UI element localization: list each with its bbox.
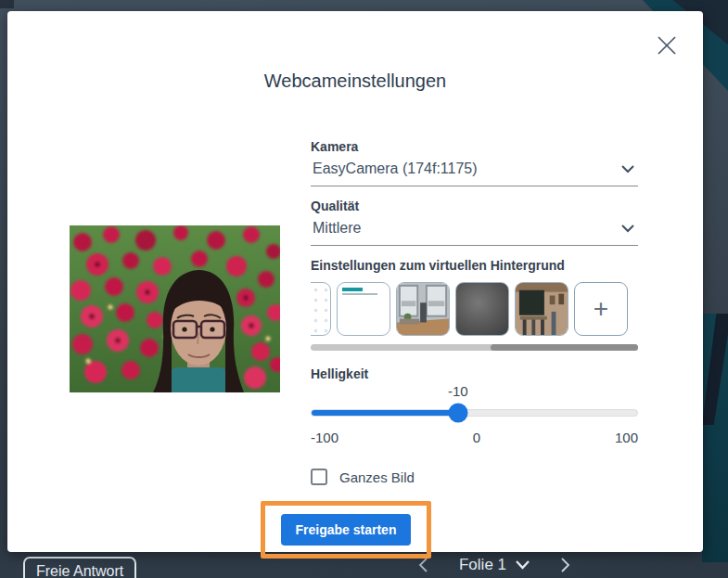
logo-text-line bbox=[342, 293, 377, 295]
webcam-settings-dialog: Webcameinstellungen bbox=[7, 11, 703, 552]
quality-select[interactable]: Mittlere bbox=[311, 218, 638, 246]
chevron-down-icon bbox=[516, 560, 530, 570]
brightness-slider-fill bbox=[312, 410, 458, 416]
background-thumbnails-viewport: + bbox=[311, 282, 638, 338]
brightness-max-label: 100 bbox=[615, 430, 638, 445]
dialog-title: Webcameinstellungen bbox=[7, 71, 703, 92]
brightness-slider: -10 bbox=[311, 404, 638, 422]
slide-navigation: Folie 1 bbox=[415, 556, 573, 574]
logo-mark bbox=[342, 288, 363, 291]
quality-select-value: Mittlere bbox=[313, 220, 361, 237]
full-image-checkbox[interactable] bbox=[311, 469, 327, 485]
annotation-highlight: Freigabe starten bbox=[261, 501, 431, 559]
full-image-label: Ganzes Bild bbox=[339, 469, 415, 485]
free-answer-button[interactable]: Freie Antwort bbox=[23, 557, 136, 578]
full-image-checkbox-row[interactable]: Ganzes Bild bbox=[311, 469, 638, 485]
close-button[interactable] bbox=[657, 35, 677, 56]
brightness-mid-label: 0 bbox=[473, 430, 480, 445]
camera-label: Kamera bbox=[311, 139, 638, 154]
thumbnail-pattern-background[interactable] bbox=[311, 282, 331, 336]
brightness-min-label: -100 bbox=[311, 430, 338, 445]
brightness-slider-track[interactable] bbox=[311, 409, 638, 417]
thumbnail-cafe-background[interactable] bbox=[515, 282, 568, 336]
brightness-slider-thumb[interactable] bbox=[448, 404, 467, 423]
webcam-preview-image bbox=[70, 225, 280, 392]
previous-slide-icon[interactable] bbox=[415, 557, 432, 573]
virtual-background-label: Einstellungen zum virtuellen Hintergrund bbox=[311, 258, 638, 273]
slide-label: Folie 1 bbox=[459, 556, 506, 574]
brightness-label: Helligkeit bbox=[311, 366, 638, 381]
thumbnail-living-room-background[interactable] bbox=[396, 282, 450, 336]
chevron-down-icon bbox=[621, 165, 634, 173]
chevron-down-icon bbox=[621, 225, 634, 233]
background-notch bbox=[0, 0, 14, 8]
next-slide-icon[interactable] bbox=[556, 557, 573, 573]
close-icon bbox=[657, 35, 677, 56]
thumbnails-scrollbar-thumb[interactable] bbox=[491, 344, 638, 351]
camera-select[interactable]: EasyCamera (174f:1175) bbox=[311, 159, 638, 186]
slide-picker[interactable]: Folie 1 bbox=[459, 556, 530, 574]
brightness-scale: -100 0 100 bbox=[311, 430, 638, 445]
start-share-button[interactable]: Freigabe starten bbox=[281, 514, 411, 546]
quality-label: Qualität bbox=[311, 199, 638, 213]
thumbnail-logo-document-background[interactable] bbox=[337, 282, 390, 336]
thumbnails-scrollbar-track[interactable] bbox=[311, 344, 638, 351]
webcam-preview bbox=[70, 225, 280, 392]
settings-controls: Kamera EasyCamera (174f:1175) Qualität M… bbox=[311, 139, 638, 559]
background-thumbnails-row: + bbox=[311, 282, 638, 336]
add-background-button[interactable]: + bbox=[574, 282, 628, 336]
brightness-value: -10 bbox=[448, 383, 468, 399]
thumbnail-gray-smoke-background[interactable] bbox=[455, 282, 509, 336]
camera-select-value: EasyCamera (174f:1175) bbox=[313, 161, 478, 177]
